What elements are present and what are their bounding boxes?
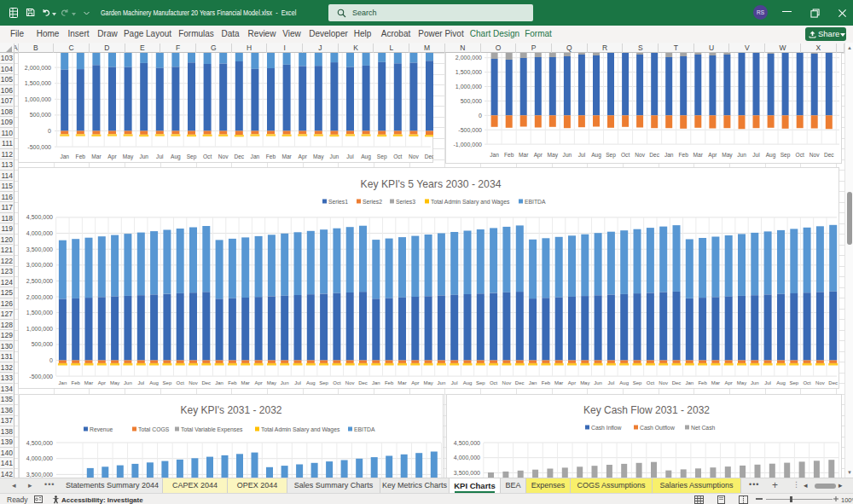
svg-text:Jun: Jun — [438, 380, 446, 385]
svg-text:EBITDA: EBITDA — [525, 199, 546, 205]
svg-text:4,000,000: 4,000,000 — [454, 455, 480, 461]
svg-text:Feb: Feb — [504, 152, 514, 158]
svg-text:Sep: Sep — [319, 380, 328, 385]
svg-text:Jan: Jan — [685, 380, 693, 385]
svg-text:2,000,000: 2,000,000 — [456, 55, 482, 61]
svg-text:Feb: Feb — [266, 154, 276, 159]
svg-text:May: May — [313, 154, 324, 160]
svg-text:3,500,000: 3,500,000 — [26, 246, 53, 252]
svg-text:Feb: Feb — [542, 380, 551, 385]
svg-text:Cash Outflow: Cash Outflow — [640, 425, 675, 431]
svg-text:Mar: Mar — [397, 380, 406, 385]
svg-text:May: May — [737, 380, 746, 385]
svg-text:Jul: Jul — [346, 154, 354, 159]
svg-text:Sep: Sep — [633, 380, 642, 385]
svg-text:Sep: Sep — [377, 154, 387, 160]
svg-text:3,000,000: 3,000,000 — [26, 262, 53, 268]
svg-text:Nov: Nov — [809, 152, 820, 158]
svg-text:Apr: Apr — [254, 380, 262, 385]
svg-text:Oct: Oct — [333, 380, 341, 385]
svg-text:May: May — [267, 380, 276, 385]
svg-text:-500,000: -500,000 — [29, 374, 53, 379]
svg-text:Feb: Feb — [228, 380, 237, 385]
svg-text:Dec: Dec — [358, 380, 368, 385]
svg-text:Oct: Oct — [393, 154, 402, 159]
svg-text:Jun: Jun — [751, 380, 759, 385]
svg-text:Oct: Oct — [177, 380, 185, 385]
svg-text:Jun: Jun — [330, 154, 339, 159]
svg-text:Oct: Oct — [796, 152, 804, 158]
svg-text:Apr: Apr — [725, 380, 733, 385]
svg-text:Apr: Apr — [708, 152, 717, 159]
svg-text:Jan: Jan — [251, 154, 260, 159]
svg-text:3,500,000: 3,500,000 — [454, 470, 480, 476]
svg-text:Sep: Sep — [476, 380, 485, 385]
svg-text:Nov: Nov — [409, 154, 419, 159]
svg-text:Nov: Nov — [815, 380, 825, 385]
svg-text:Jul: Jul — [156, 154, 164, 159]
svg-text:Jan: Jan — [529, 380, 537, 385]
svg-text:4,500,000: 4,500,000 — [454, 440, 480, 446]
svg-text:Jun: Jun — [139, 154, 148, 159]
svg-text:Revenue: Revenue — [90, 426, 113, 432]
svg-text:0: 0 — [479, 113, 482, 119]
svg-text:Apr: Apr — [411, 380, 419, 385]
svg-text:4,500,000: 4,500,000 — [26, 440, 53, 446]
svg-text:2,000,000: 2,000,000 — [26, 294, 53, 300]
svg-text:Aug: Aug — [766, 152, 776, 159]
svg-text:Oct: Oct — [647, 380, 655, 385]
svg-text:Mar: Mar — [554, 380, 563, 385]
svg-text:Feb: Feb — [385, 380, 394, 385]
svg-text:May: May — [580, 380, 589, 385]
svg-text:Jul: Jul — [137, 380, 144, 385]
svg-text:4,500,000: 4,500,000 — [26, 214, 53, 220]
svg-text:Aug: Aug — [361, 154, 371, 160]
svg-text:Series1: Series1 — [328, 199, 348, 205]
svg-text:Feb: Feb — [76, 154, 86, 159]
svg-text:Series2: Series2 — [363, 199, 382, 205]
svg-text:Dec: Dec — [234, 154, 244, 159]
svg-text:Apr: Apr — [98, 380, 106, 385]
svg-text:Sep: Sep — [606, 152, 616, 159]
svg-text:Total Variable Expenses: Total Variable Expenses — [181, 426, 243, 433]
svg-text:Jun: Jun — [124, 380, 132, 385]
svg-text:Apr: Apr — [534, 152, 543, 159]
svg-text:Jun: Jun — [281, 380, 289, 385]
svg-text:Key KPI's 2031 - 2032: Key KPI's 2031 - 2032 — [180, 404, 281, 416]
svg-text:Apr: Apr — [299, 154, 308, 160]
svg-text:Feb: Feb — [698, 380, 707, 385]
svg-text:Mar: Mar — [91, 154, 102, 159]
svg-text:Jan: Jan — [372, 380, 380, 385]
svg-text:1,500,000: 1,500,000 — [26, 310, 53, 316]
svg-text:May: May — [722, 152, 733, 159]
svg-text:Dec: Dec — [649, 152, 659, 158]
svg-text:Feb: Feb — [72, 380, 81, 385]
svg-text:-500,000: -500,000 — [27, 144, 51, 150]
svg-text:Nov: Nov — [502, 380, 512, 385]
svg-text:Aug: Aug — [463, 380, 473, 385]
svg-text:Jul: Jul — [764, 380, 771, 385]
svg-text:Feb: Feb — [679, 152, 689, 158]
svg-text:Aug: Aug — [171, 154, 181, 160]
svg-text:1,500,000: 1,500,000 — [25, 80, 51, 86]
svg-text:Mar: Mar — [84, 380, 93, 385]
svg-text:Apr: Apr — [568, 380, 576, 385]
svg-text:May: May — [123, 154, 134, 160]
svg-text:Aug: Aug — [306, 380, 316, 385]
svg-text:Nov: Nov — [635, 152, 645, 158]
svg-text:Oct: Oct — [203, 154, 212, 159]
svg-text:Dec: Dec — [425, 154, 433, 159]
svg-text:Jul: Jul — [608, 380, 615, 385]
svg-text:Cash Inflow: Cash Inflow — [591, 425, 622, 431]
svg-text:0: 0 — [49, 357, 53, 363]
svg-text:2,000,000: 2,000,000 — [25, 65, 51, 71]
svg-text:2,500,000: 2,500,000 — [26, 278, 53, 284]
svg-text:Jan: Jan — [490, 152, 499, 158]
svg-text:3,500,000: 3,500,000 — [26, 472, 53, 478]
svg-text:Jul: Jul — [752, 152, 760, 158]
svg-text:May: May — [548, 152, 559, 159]
svg-text:Nov: Nov — [189, 380, 198, 385]
svg-text:Sep: Sep — [789, 380, 798, 385]
svg-text:Mar: Mar — [693, 152, 704, 158]
svg-text:Total COGS: Total COGS — [138, 426, 170, 432]
